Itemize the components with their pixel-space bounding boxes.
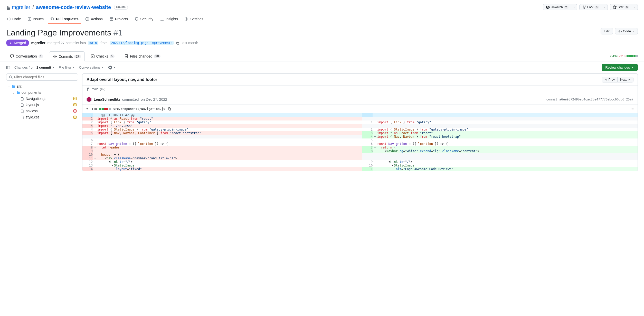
pr-tab-conversation[interactable]: Conversation1 <box>6 51 47 61</box>
pr-tab-files[interactable]: Files changed98 <box>120 51 164 61</box>
conversations-dropdown[interactable]: Conversations <box>79 66 104 69</box>
changes-from-dropdown[interactable]: Changes from 1 commit <box>14 66 55 69</box>
settings-icon <box>185 17 189 21</box>
checks-icon <box>91 54 95 58</box>
review-changes-button[interactable]: Review changes <box>602 64 638 71</box>
diff-settings-dropdown[interactable] <box>108 66 116 70</box>
repo-tab-label: Issues <box>33 17 43 21</box>
diff-line[interactable]: 12 <Link to="/">9 <Link to="/"> <box>82 160 638 164</box>
tree-folder[interactable]: src <box>6 83 78 89</box>
edit-button[interactable]: Edit <box>601 28 613 34</box>
code-icon <box>618 30 622 33</box>
repo-tab-projects[interactable]: Projects <box>107 15 131 24</box>
next-commit-button[interactable]: Next <box>618 77 633 82</box>
changes-prefix: Changes from <box>14 66 35 69</box>
diff-line[interactable]: 4import { StaticImage } from "gatsby-plu… <box>82 128 638 131</box>
commit-date: on Dec 27, 2022 <box>141 97 167 101</box>
diff-line[interactable]: 65 <box>82 138 638 142</box>
diff-line[interactable]: 13 <StaticImage10 <StaticImage <box>82 164 638 167</box>
svg-rect-19 <box>169 108 171 110</box>
issues-icon <box>27 17 32 21</box>
tree-file[interactable]: style.css <box>6 114 78 120</box>
tree-file[interactable]: nav.css <box>6 108 78 114</box>
tree-file[interactable]: Navigation.js <box>6 96 78 102</box>
diff-line[interactable]: 14- layout="fixed"11+ alt="Logo Awesome … <box>82 167 638 171</box>
author-avatar[interactable] <box>87 97 92 102</box>
copy-path-button[interactable] <box>168 107 171 111</box>
chevron-down-icon <box>52 66 55 69</box>
code-label: Code <box>623 29 631 33</box>
file-path[interactable]: src/components/Navigation.js <box>113 107 165 111</box>
file-filter-input[interactable] <box>14 75 75 79</box>
conversations-label: Conversations <box>79 66 100 69</box>
tree-item-name: layout.js <box>26 103 39 107</box>
diff-line[interactable]: 1-import * as React from "react" <box>82 117 638 120</box>
star-label: Star <box>618 5 623 9</box>
pr-tab-count: 98 <box>154 54 160 58</box>
sidebar-toggle-icon[interactable] <box>6 66 10 70</box>
diff-line[interactable]: 5-import { Nav, Navbar, Container } from… <box>82 131 638 135</box>
repo-name-link[interactable]: awesome-code-review-website <box>36 4 111 10</box>
diff-line[interactable]: 8- let header7+ return ( <box>82 146 638 149</box>
svg-line-18 <box>12 78 13 79</box>
prev-commit-button[interactable]: Prev <box>602 77 618 82</box>
watch-menu-button[interactable] <box>571 4 577 10</box>
star-button[interactable]: Star 0 <box>610 4 632 10</box>
repo-tab-label: Projects <box>115 17 128 21</box>
diff-line[interactable]: 2import { Link } from "gatsby"1import { … <box>82 120 638 124</box>
pr-tab-count: 1 <box>39 54 43 58</box>
kebab-icon <box>630 107 634 111</box>
chevron-down-icon <box>631 66 634 69</box>
diff-line[interactable]: 7const Navigation = ({ location }) => {6… <box>82 142 638 146</box>
hunk-header[interactable]: ... @@ -1,106 +1,42 @@ <box>82 113 638 117</box>
fork-icon <box>582 5 586 9</box>
collapse-file-button[interactable] <box>86 107 89 111</box>
chevron-down-icon <box>113 66 116 69</box>
pr-tab-label: Conversation <box>16 54 37 58</box>
repo-tab-issues[interactable]: Issues <box>25 15 46 24</box>
file-filter-dropdown[interactable]: File filter <box>59 66 75 69</box>
commit-sha[interactable]: a6ee957249bed4cac2be477776ebcc60dd6f25a7 <box>559 98 633 101</box>
head-branch[interactable]: 2022/12/landing-page-improvements <box>110 41 174 45</box>
copy-branch-icon[interactable] <box>176 41 179 45</box>
actions-icon <box>85 17 89 21</box>
repo-owner-link[interactable]: mgreiler <box>12 4 30 10</box>
code-dropdown-button[interactable]: Code <box>615 28 638 34</box>
repo-tab-settings[interactable]: Settings <box>182 15 206 24</box>
diff-line[interactable]: 4+import { Nav, Navbar } from "react-boo… <box>82 135 638 138</box>
repo-tab-actions[interactable]: Actions <box>83 15 105 24</box>
pr-tab-checks[interactable]: Checks5 <box>87 51 118 61</box>
merge-icon <box>9 41 13 45</box>
svg-rect-3 <box>110 18 113 21</box>
commit-branch-link[interactable]: main <box>92 87 98 91</box>
copy-icon <box>168 107 171 111</box>
diff-line[interactable]: 3-import "../nav.css" <box>82 124 638 128</box>
pr-state-badge: Merged <box>6 40 29 46</box>
diff-line[interactable]: 11- <nav className="navbar-brand title-h… <box>82 156 638 160</box>
repo-tab-insights[interactable]: Insights <box>157 15 181 24</box>
pr-tab-commits[interactable]: Commits27 <box>49 51 85 61</box>
fork-menu-button[interactable] <box>602 4 608 10</box>
file-menu-button[interactable] <box>630 107 634 111</box>
file-filter-input-wrapper[interactable] <box>6 73 78 81</box>
svg-point-21 <box>632 109 633 109</box>
repo-tab-pulls[interactable]: Pull requests <box>48 15 81 24</box>
diff-line[interactable]: 9-8+ <Navbar bg="white" expand="lg" clas… <box>82 149 638 153</box>
repo-tab-code[interactable]: Code <box>4 15 23 24</box>
tree-file[interactable]: layout.js <box>6 102 78 108</box>
repo-tab-security[interactable]: Security <box>132 15 156 24</box>
prev-label: Prev <box>609 78 615 81</box>
base-branch[interactable]: main <box>88 41 98 45</box>
file-icon <box>21 109 24 113</box>
pr-actor[interactable]: mgreiler <box>31 41 45 45</box>
diff-line[interactable]: 10- header = ( <box>82 153 638 156</box>
commit-ref-link[interactable]: (#2) <box>100 87 105 91</box>
tree-item-name: nav.css <box>26 109 37 113</box>
lock-icon <box>6 4 10 10</box>
pr-tab-count: 27 <box>74 55 81 58</box>
tree-folder[interactable]: components <box>6 89 78 96</box>
watch-button[interactable]: Unwatch 2 <box>543 4 571 10</box>
fork-button[interactable]: Fork 0 <box>579 4 602 10</box>
star-menu-button[interactable] <box>632 4 638 10</box>
author-name[interactable]: LenaSchnedlitz <box>94 97 120 101</box>
